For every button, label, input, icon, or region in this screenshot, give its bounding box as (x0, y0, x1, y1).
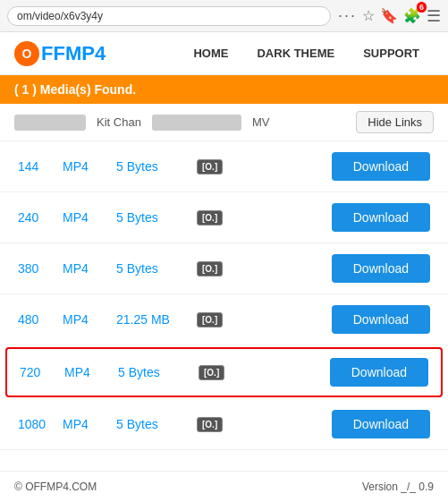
menu-dots-icon[interactable]: ··· (338, 6, 357, 25)
download-button[interactable]: Download (332, 203, 430, 232)
footer-version: Version _/_ 0.9 (362, 481, 434, 493)
thumbnail-blur (152, 115, 241, 131)
format-label: MP4 (63, 417, 116, 431)
browser-bar: om/video/x6v3y4y ··· ☆ 🔖 🧩 6 ☰ (0, 0, 448, 32)
bookmark-save-icon[interactable]: 🔖 (380, 7, 398, 24)
download-btn-wrapper: Download (332, 410, 430, 438)
download-btn-wrapper: Download (332, 254, 430, 283)
quality-icon: [O.] (197, 261, 232, 277)
url-text: om/video/x6v3y4y (17, 10, 103, 22)
logo-mp4: MP4 (65, 42, 106, 65)
download-row: 1080 MP4 5 Bytes [O.] Download (0, 399, 448, 450)
logo-circle: O (14, 41, 39, 66)
quality-icon: [O.] (197, 210, 232, 225)
download-button[interactable]: Download (330, 358, 428, 387)
download-button[interactable]: Download (332, 152, 430, 181)
video-info-row: Kit Chan MV Hide Links (0, 104, 448, 141)
download-btn-wrapper: Download (332, 203, 430, 232)
quality-icon: [O.] (197, 417, 232, 432)
channel-name: Kit Chan (97, 115, 141, 129)
download-row: 720 MP4 5 Bytes [O.] Download (5, 347, 443, 397)
format-label: MP4 (63, 312, 116, 327)
site-header: O FFMP4 HOME DARK THEME SUPPORT (0, 32, 448, 75)
browser-icons: ··· ☆ 🔖 🧩 6 ☰ (338, 6, 441, 26)
hide-links-button[interactable]: Hide Links (356, 111, 434, 133)
format-label: MP4 (63, 159, 116, 174)
download-row: 480 MP4 21.25 MB [O.] Download (0, 294, 448, 345)
logo[interactable]: O FFMP4 (14, 41, 106, 66)
logo-ff: FF (41, 42, 65, 65)
size-label: 5 Bytes (116, 261, 197, 276)
download-button[interactable]: Download (332, 254, 430, 283)
download-btn-wrapper: Download (332, 152, 430, 181)
url-bar[interactable]: om/video/x6v3y4y (7, 6, 331, 26)
download-button[interactable]: Download (332, 305, 430, 334)
download-row: 144 MP4 5 Bytes [O.] Download (0, 141, 448, 192)
channel-blur (14, 115, 86, 131)
download-row: 380 MP4 5 Bytes [O.] Download (0, 243, 448, 294)
quality-icon: [O.] (197, 312, 232, 328)
nav-dark-theme[interactable]: DARK THEME (242, 39, 349, 67)
download-list: 144 MP4 5 Bytes [O.] Download 240 MP4 5 … (0, 141, 448, 450)
format-label: MP4 (63, 261, 116, 276)
page-wrapper: O FFMP4 HOME DARK THEME SUPPORT ( 1 ) Me… (0, 32, 448, 502)
resolution-label: 480 (18, 312, 63, 327)
size-label: 5 Bytes (116, 417, 197, 431)
resolution-label: 1080 (18, 417, 63, 431)
resolution-label: 720 (20, 365, 64, 379)
extension-icon[interactable]: 🧩 6 (403, 7, 421, 24)
menu-icon[interactable]: ☰ (427, 6, 441, 26)
download-btn-wrapper: Download (330, 358, 428, 387)
media-found-text: ( 1 ) Media(s) Found. (14, 82, 136, 97)
nav-home[interactable]: HOME (179, 39, 242, 67)
bookmark-icon[interactable]: ☆ (362, 7, 375, 24)
footer-copyright: © OFFMP4.COM (14, 481, 97, 493)
size-label: 5 Bytes (116, 210, 197, 225)
size-label: 21.25 MB (116, 312, 197, 327)
extension-badge: 6 (417, 2, 427, 13)
quality-icon: [O.] (197, 159, 232, 174)
media-found-bar: ( 1 ) Media(s) Found. (0, 75, 448, 104)
mv-label: MV (252, 115, 270, 129)
site-footer: © OFFMP4.COM Version _/_ 0.9 (0, 471, 448, 502)
download-button[interactable]: Download (332, 410, 430, 438)
resolution-label: 240 (18, 210, 63, 225)
nav-support[interactable]: SUPPORT (349, 39, 434, 67)
size-label: 5 Bytes (116, 159, 197, 174)
download-btn-wrapper: Download (332, 305, 430, 334)
resolution-label: 380 (18, 261, 63, 276)
format-label: MP4 (64, 365, 118, 379)
resolution-label: 144 (18, 159, 63, 174)
format-label: MP4 (63, 210, 116, 225)
size-label: 5 Bytes (118, 365, 199, 379)
quality-icon: [O.] (199, 365, 234, 380)
download-row: 240 MP4 5 Bytes [O.] Download (0, 192, 448, 243)
nav: HOME DARK THEME SUPPORT (179, 39, 434, 67)
